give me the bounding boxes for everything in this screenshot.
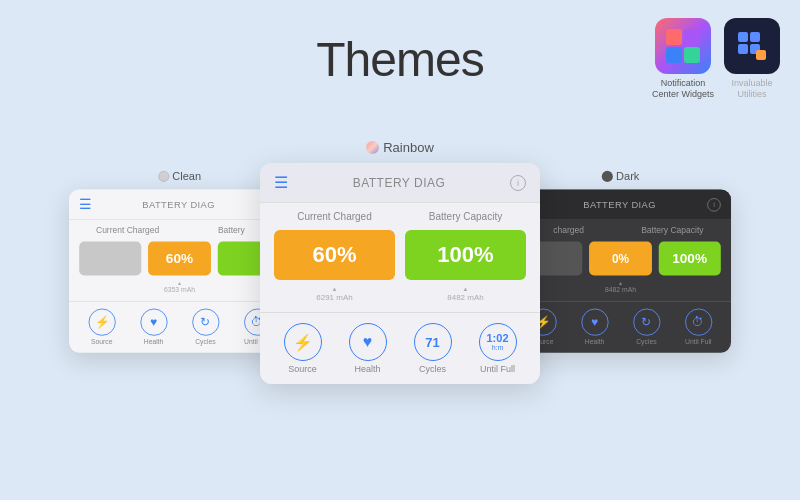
rainbow-card: ☰ BATTERY DIAG i Current Charged Battery… xyxy=(260,163,540,384)
dark-card-header: ☰ BATTERY DIAG i xyxy=(510,190,731,221)
dark-icon-health: ♥ Health xyxy=(581,309,608,346)
rainbow-icon-source: ⚡ Source xyxy=(284,323,322,374)
rainbow-icon-until: 1:02 h:m Until Full xyxy=(479,323,517,374)
dark-label-text: Dark xyxy=(616,170,639,183)
dark-mah-row: ▲ 8482 mAh xyxy=(510,281,731,301)
hamburger-icon: ☰ xyxy=(79,196,91,212)
ncw-icon xyxy=(655,18,711,74)
clean-card: ☰ BATTERY DIAG i Current Charged Battery… xyxy=(69,190,290,353)
rainbow-icon-health: ♥ Health xyxy=(349,323,387,374)
dark-until-icon: ⏱ xyxy=(685,309,712,336)
rainbow-mah1: ▲ 6291 mAh xyxy=(274,286,395,302)
svg-rect-2 xyxy=(666,47,682,63)
dark-dot xyxy=(602,171,613,182)
cycles-icon: ↻ xyxy=(192,309,219,336)
svg-rect-3 xyxy=(684,47,700,63)
source-icon: ⚡ xyxy=(88,309,115,336)
health-icon: ♥ xyxy=(140,309,167,336)
rainbow-label: Rainbow xyxy=(366,140,434,155)
rainbow-col1: Current Charged xyxy=(274,211,395,222)
rainbow-icons-row: ⚡ Source ♥ Health 71 Cycles 1:02 xyxy=(260,312,540,384)
clean-icon-source: ⚡ Source xyxy=(88,309,115,346)
svg-rect-1 xyxy=(684,29,700,45)
clean-bars-row: 60% xyxy=(69,238,290,281)
clean-metrics-row: Current Charged Battery xyxy=(69,220,290,238)
badges-container: NotificationCenter Widgets InvaluableUti… xyxy=(652,18,780,100)
rainbow-mah-row: ▲ 6291 mAh ▲ 8482 mAh xyxy=(260,284,540,312)
dark-icon-cycles: ↻ Cycles xyxy=(633,309,660,346)
dark-health-icon: ♥ xyxy=(581,309,608,336)
themes-container: Clean ☰ BATTERY DIAG i Current Charged B… xyxy=(0,140,800,385)
dark-icon-until: ⏱ Until Full xyxy=(685,309,712,346)
dark-metrics-row: charged Battery Capacity xyxy=(510,220,731,238)
clean-bar-orange: 60% xyxy=(148,241,210,275)
clean-mah-row: ▲ 6353 mAh xyxy=(69,281,290,301)
rainbow-col2: Battery Capacity xyxy=(405,211,526,222)
rainbow-until-icon: 1:02 h:m xyxy=(479,323,517,361)
clean-dot xyxy=(158,171,169,182)
clean-mah: ▲ 6353 mAh xyxy=(79,281,280,295)
svg-rect-6 xyxy=(738,44,748,54)
rainbow-card-header: ☰ BATTERY DIAG i xyxy=(260,163,540,203)
iu-icon xyxy=(724,18,780,74)
dark-cycles-icon: ↻ xyxy=(633,309,660,336)
dark-card: ☰ BATTERY DIAG i charged Battery Capacit… xyxy=(510,190,731,353)
dark-mah: ▲ 8482 mAh xyxy=(520,281,721,295)
clean-label-text: Clean xyxy=(172,170,201,183)
rainbow-bars-row: 60% 100% xyxy=(260,226,540,284)
rainbow-source-icon: ⚡ xyxy=(284,323,322,361)
dark-theme-wrapper: Dark ☰ BATTERY DIAG i charged Battery Ca… xyxy=(510,170,731,353)
svg-rect-0 xyxy=(666,29,682,45)
dark-info-icon: i xyxy=(707,198,721,212)
clean-bar-gray xyxy=(79,241,141,275)
clean-card-title: BATTERY DIAG xyxy=(91,199,266,209)
clean-icon-health: ♥ Health xyxy=(140,309,167,346)
rainbow-bar-orange: 60% xyxy=(274,230,395,280)
rainbow-theme-wrapper: Rainbow ☰ BATTERY DIAG i Current Charged… xyxy=(260,140,540,384)
svg-rect-8 xyxy=(756,50,766,60)
dark-icons-row: ⚡ Source ♥ Health ↻ Cycles ⏱ Until Full xyxy=(510,301,731,353)
ncw-label: NotificationCenter Widgets xyxy=(652,78,714,100)
clean-icons-row: ⚡ Source ♥ Health ↻ Cycles ⏱ Until Full xyxy=(69,301,290,353)
rainbow-metrics-row: Current Charged Battery Capacity xyxy=(260,203,540,226)
rainbow-label-text: Rainbow xyxy=(383,140,434,155)
rainbow-card-title: BATTERY DIAG xyxy=(288,176,510,190)
rainbow-hamburger-icon: ☰ xyxy=(274,173,288,192)
rainbow-icon-cycles: 71 Cycles xyxy=(414,323,452,374)
clean-label: Clean xyxy=(158,170,201,183)
dark-bar-orange: 0% xyxy=(589,241,651,275)
dark-card-title: BATTERY DIAG xyxy=(532,199,707,209)
svg-rect-5 xyxy=(750,32,760,42)
dark-col2: Battery Capacity xyxy=(624,225,721,234)
clean-icon-cycles: ↻ Cycles xyxy=(192,309,219,346)
rainbow-bar-green: 100% xyxy=(405,230,526,280)
dark-bar-green: 100% xyxy=(658,241,720,275)
badge-ncw[interactable]: NotificationCenter Widgets xyxy=(652,18,714,100)
dark-bars-row: 0% 100% xyxy=(510,238,731,281)
badge-iu[interactable]: InvaluableUtilities xyxy=(724,18,780,100)
clean-theme-wrapper: Clean ☰ BATTERY DIAG i Current Charged B… xyxy=(69,170,290,353)
rainbow-health-icon: ♥ xyxy=(349,323,387,361)
clean-card-header: ☰ BATTERY DIAG i xyxy=(69,190,290,221)
clean-col1: Current Charged xyxy=(79,225,176,234)
dark-label: Dark xyxy=(602,170,640,183)
rainbow-cycles-icon: 71 xyxy=(414,323,452,361)
rainbow-info-icon: i xyxy=(510,175,526,191)
svg-rect-4 xyxy=(738,32,748,42)
rainbow-mah2: ▲ 8482 mAh xyxy=(405,286,526,302)
iu-label: InvaluableUtilities xyxy=(731,78,772,100)
rainbow-dot xyxy=(366,141,379,154)
